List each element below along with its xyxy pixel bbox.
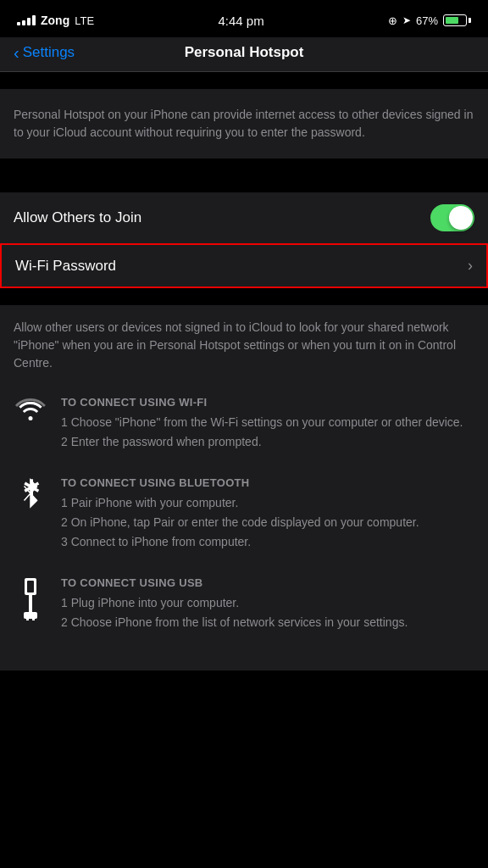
usb-connect-title: TO CONNECT USING USB xyxy=(61,576,408,589)
svg-rect-4 xyxy=(24,612,37,619)
wifi-connect-title: TO CONNECT USING WI-FI xyxy=(61,396,463,409)
usb-icon xyxy=(14,578,47,620)
back-label: Settings xyxy=(23,44,75,61)
bluetooth-step-1: 1 Pair iPhone with your computer. xyxy=(61,494,419,512)
allow-others-row[interactable]: Allow Others to Join xyxy=(0,192,488,243)
instructions-intro-text: Allow other users or devices not signed … xyxy=(14,319,474,372)
toggle-knob xyxy=(449,206,473,230)
divider-1 xyxy=(0,159,488,175)
svg-rect-5 xyxy=(26,617,29,620)
bluetooth-connect-block: ∗ TO CONNECT USING BLUETOOTH 1 Pair iPho… xyxy=(14,476,474,553)
allow-others-toggle[interactable] xyxy=(430,204,474,231)
battery-indicator xyxy=(443,14,471,26)
divider-2 xyxy=(0,288,488,305)
instructions-section: Allow other users or devices not signed … xyxy=(0,305,488,670)
nav-bar: ‹ Settings Personal Hotspot xyxy=(0,37,488,72)
page-title: Personal Hotspot xyxy=(185,44,304,61)
status-left: Zong LTE xyxy=(17,14,94,27)
signal-bars xyxy=(17,15,36,25)
content: Personal Hotspot on your iPhone can prov… xyxy=(0,89,488,670)
usb-connect-content: TO CONNECT USING USB 1 Plug iPhone into … xyxy=(61,576,408,633)
svg-text:∗: ∗ xyxy=(21,478,41,500)
wifi-password-label: Wi-Fi Password xyxy=(15,258,116,275)
bluetooth-icon: ∗ xyxy=(14,478,47,509)
network-type-label: LTE xyxy=(75,14,94,27)
usb-step-1: 1 Plug iPhone into your computer. xyxy=(61,594,408,612)
bluetooth-connect-content: TO CONNECT USING BLUETOOTH 1 Pair iPhone… xyxy=(61,476,419,553)
bluetooth-step-3: 3 Connect to iPhone from computer. xyxy=(61,533,419,551)
info-text: Personal Hotspot on your iPhone can prov… xyxy=(14,106,474,142)
location-icon: ⊕ xyxy=(388,14,397,27)
usb-connect-block: TO CONNECT USING USB 1 Plug iPhone into … xyxy=(14,576,474,633)
status-bar: Zong LTE 4:44 pm ⊕ ➤ 67% xyxy=(0,0,488,37)
info-section: Personal Hotspot on your iPhone can prov… xyxy=(0,89,488,159)
wifi-step-2: 2 Enter the password when prompted. xyxy=(61,433,463,451)
svg-rect-2 xyxy=(27,581,34,593)
bluetooth-step-2: 2 On iPhone, tap Pair or enter the code … xyxy=(61,514,419,531)
back-button[interactable]: ‹ Settings xyxy=(14,44,75,61)
battery-percent: 67% xyxy=(416,14,438,27)
allow-others-label: Allow Others to Join xyxy=(14,209,141,226)
wifi-connect-content: TO CONNECT USING WI-FI 1 Choose "iPhone"… xyxy=(61,396,463,453)
usb-step-2: 2 Choose iPhone from the list of network… xyxy=(61,614,408,632)
back-chevron-icon: ‹ xyxy=(14,44,19,61)
svg-rect-6 xyxy=(32,617,35,620)
wifi-step-1: 1 Choose "iPhone" from the Wi-Fi setting… xyxy=(61,414,463,431)
wifi-password-row[interactable]: Wi-Fi Password › xyxy=(0,243,488,288)
status-time: 4:44 pm xyxy=(218,14,263,28)
svg-rect-3 xyxy=(29,595,32,614)
wifi-icon xyxy=(14,398,47,421)
allow-others-group: Allow Others to Join xyxy=(0,192,488,243)
bluetooth-connect-title: TO CONNECT USING BLUETOOTH xyxy=(61,476,419,489)
navigation-icon: ➤ xyxy=(402,14,411,26)
wifi-connect-block: TO CONNECT USING WI-FI 1 Choose "iPhone"… xyxy=(14,396,474,453)
carrier-label: Zong xyxy=(41,14,69,27)
wifi-password-chevron-icon: › xyxy=(468,257,473,275)
status-right: ⊕ ➤ 67% xyxy=(388,14,471,27)
